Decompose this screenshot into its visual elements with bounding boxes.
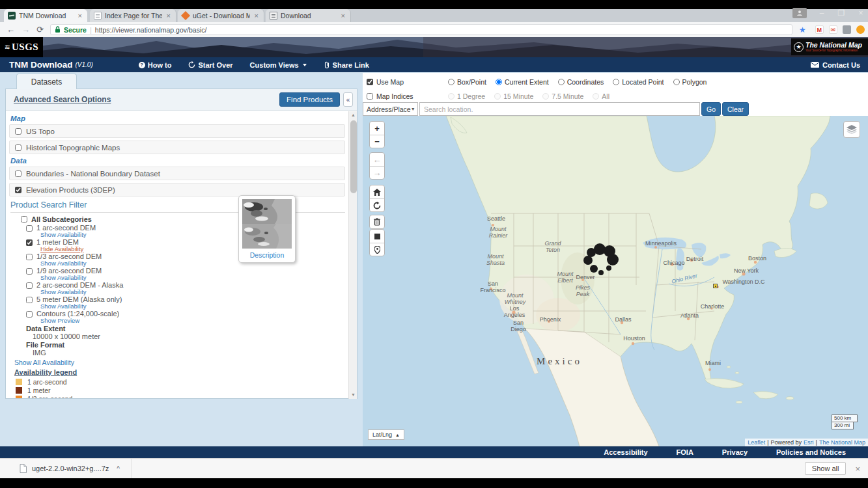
clear-button[interactable]: Clear (722, 102, 749, 116)
previous-extent-button[interactable]: ← (370, 153, 384, 166)
show-availability-link[interactable]: Show Availability (40, 232, 345, 238)
tab-close-icon[interactable]: × (165, 12, 172, 20)
find-products-button[interactable]: Find Products (279, 92, 340, 107)
boundaries-checkbox[interactable] (15, 170, 21, 177)
show-availability-link[interactable]: Show Availability (40, 260, 345, 267)
collapse-panel-button[interactable]: « (343, 92, 353, 107)
tab-index-page[interactable]: Index Page for The Nati... × (90, 9, 176, 22)
download-menu-caret[interactable]: ^ (117, 465, 120, 472)
tab-tnm-download[interactable]: TNM Download × (4, 9, 87, 22)
extent-option-coordinates[interactable]: Coordinates (558, 78, 604, 86)
tab-datasets[interactable]: Datasets (16, 74, 77, 89)
trash-button[interactable] (370, 215, 384, 228)
back-button[interactable]: ← (7, 25, 15, 34)
extent-option-located-point[interactable]: Located Point (613, 78, 664, 86)
leaflet-link[interactable]: Leaflet (748, 439, 765, 446)
dataset-row-boundaries[interactable]: Boundaries - National Boundary Dataset (9, 167, 345, 180)
all-subcategories-row[interactable]: All Subcategories (21, 215, 345, 223)
forward-button[interactable]: → (21, 25, 30, 34)
accessibility-link[interactable]: Accessibility (604, 448, 647, 456)
elevation-checkbox[interactable] (15, 187, 21, 193)
orange-extension-icon[interactable] (856, 25, 865, 34)
show-preview-link[interactable]: Show Preview (40, 318, 345, 324)
map-indices-checkbox[interactable] (367, 93, 373, 100)
indices-option-15minute[interactable]: 15 Minute (494, 92, 533, 100)
latlng-toggle[interactable]: Lat/Lng ▲ (368, 429, 404, 440)
close-downloads-bar-button[interactable]: × (855, 464, 860, 474)
show-all-downloads-button[interactable]: Show all (805, 462, 847, 475)
url-field[interactable]: Secure | https://viewer.nationalmap.gov/… (50, 24, 792, 35)
hide-availability-link[interactable]: Hide Availability (40, 246, 345, 252)
filter-checkbox[interactable] (26, 297, 33, 303)
esri-link[interactable]: Esri (804, 439, 814, 446)
policies-link[interactable]: Policies and Notices (776, 448, 846, 456)
filter-checkbox[interactable] (26, 311, 33, 318)
panel-scrollbar[interactable]: ▲ ▼ (348, 111, 357, 399)
indices-option-all[interactable]: All (593, 92, 609, 100)
filter-checkbox[interactable] (26, 225, 33, 232)
window-close-button[interactable]: × (856, 9, 865, 17)
show-availability-link[interactable]: Show Availability (40, 303, 345, 310)
indices-option-75minute[interactable]: 7.5 Minute (542, 92, 583, 100)
tab-download[interactable]: Download × (266, 9, 351, 22)
indices-option-1degree[interactable]: 1 Degree (448, 92, 485, 100)
all-subcategories-checkbox[interactable] (21, 216, 27, 223)
map-indices-option[interactable]: Map Indices (367, 92, 448, 100)
tab-close-icon[interactable]: × (77, 12, 83, 20)
privacy-link[interactable]: Privacy (722, 448, 748, 456)
filter-checkbox[interactable] (26, 254, 33, 260)
zoom-in-button[interactable]: + (370, 122, 384, 135)
mail-extension-icon[interactable]: ✉ (829, 25, 837, 34)
scroll-down-arrow[interactable]: ▼ (349, 391, 357, 399)
usgs-logo[interactable]: ≋ USGS (0, 37, 43, 57)
point-marker-button[interactable] (370, 243, 384, 256)
show-availability-link[interactable]: Show Availability (40, 289, 345, 295)
howto-link[interactable]: How to (139, 61, 172, 69)
contact-us-link[interactable]: Contact Us (811, 61, 860, 69)
window-minimize-button[interactable]: – (817, 9, 826, 17)
dataset-row-elevation[interactable]: Elevation Products (3DEP) (9, 183, 345, 197)
dataset-row-historical-maps[interactable]: Historical Topographic Maps (9, 141, 345, 154)
draw-box-button[interactable] (370, 230, 384, 243)
description-link[interactable]: Description (242, 251, 292, 259)
basemap-layers-control[interactable] (843, 121, 860, 138)
share-link-button[interactable]: Share Link (324, 61, 369, 69)
scroll-up-arrow[interactable]: ▲ (349, 111, 357, 119)
show-availability-link[interactable]: Show Availability (40, 275, 345, 281)
bookmark-star-icon[interactable]: ★ (799, 25, 806, 34)
show-all-availability-link[interactable]: Show All Availability (14, 359, 345, 366)
search-type-select[interactable]: Address/Place ▼ (363, 102, 418, 116)
national-map-link[interactable]: The National Map (819, 439, 865, 446)
gray-extension-icon[interactable] (843, 25, 851, 34)
availability-legend-title[interactable]: Availability legend (14, 368, 345, 376)
next-extent-button[interactable]: → (370, 166, 384, 179)
filter-checkbox[interactable] (26, 268, 33, 275)
extent-option-current-extent[interactable]: Current Extent (496, 78, 549, 86)
dataset-row-us-topo[interactable]: US Topo (9, 124, 345, 138)
download-item[interactable]: uget-2.2.0-win32+g....7z ^ (20, 464, 120, 473)
start-over-link[interactable]: Start Over (188, 61, 232, 69)
custom-views-menu[interactable]: Custom Views (250, 61, 307, 69)
use-map-option[interactable]: Use Map (367, 78, 448, 86)
scrollbar-thumb[interactable] (350, 120, 357, 193)
zoom-out-button[interactable]: − (370, 135, 384, 148)
us-topo-checkbox[interactable] (15, 128, 21, 135)
foia-link[interactable]: FOIA (677, 448, 693, 456)
tab-uget[interactable]: uGet - Download Manag... × (178, 9, 264, 22)
gmail-extension-icon[interactable]: M (815, 25, 824, 34)
filter-checkbox[interactable] (26, 239, 33, 246)
reload-button[interactable]: ⟳ (36, 25, 44, 34)
filter-checkbox[interactable] (26, 282, 33, 289)
profile-avatar-button[interactable] (792, 8, 807, 18)
map-canvas[interactable]: Seattle Mount Rainier Grand Teton Mount … (363, 116, 868, 446)
extent-option-polygon[interactable]: Polygon (673, 78, 707, 86)
go-button[interactable]: Go (701, 102, 721, 116)
location-search-input[interactable] (419, 102, 700, 116)
tab-close-icon[interactable]: × (253, 12, 260, 20)
advanced-search-link[interactable]: Advanced Search Options (14, 95, 111, 104)
tab-close-icon[interactable]: × (340, 12, 346, 20)
use-map-checkbox[interactable] (367, 79, 373, 85)
window-maximize-button[interactable]: ❐ (837, 9, 846, 17)
historical-maps-checkbox[interactable] (15, 144, 21, 151)
extent-option-box-point[interactable]: Box/Point (448, 78, 486, 86)
